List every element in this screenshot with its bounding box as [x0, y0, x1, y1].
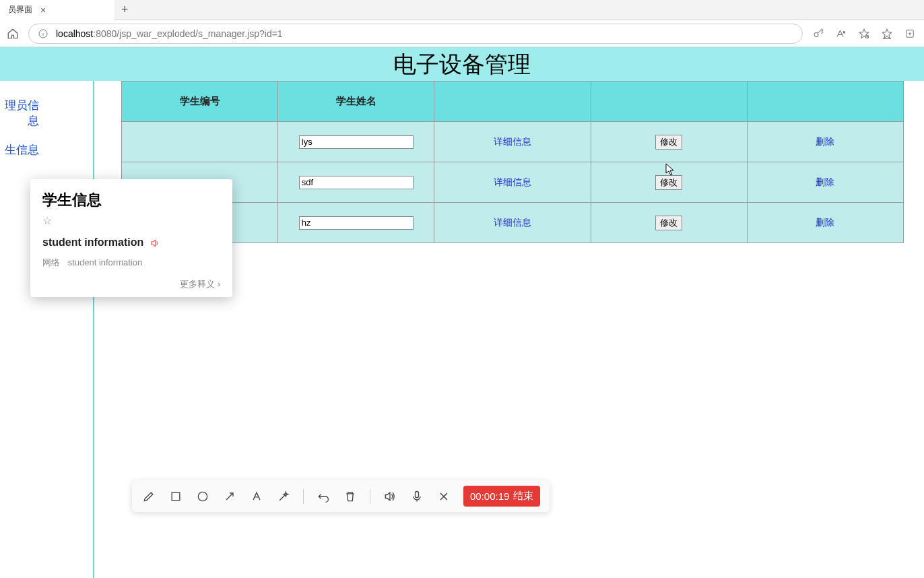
screen-record-toolbar: 00:00:19 结束	[132, 480, 550, 512]
dict-source: 网络 student information	[42, 257, 220, 269]
page-title: 电子设备管理	[0, 47, 924, 81]
record-stop-button[interactable]: 00:00:19 结束	[463, 486, 540, 507]
close-icon[interactable]	[436, 489, 451, 504]
th-del	[747, 82, 903, 122]
browser-tabstrip: 员界面 × +	[0, 0, 924, 20]
cell-edit: 修改	[591, 162, 747, 203]
student-table: 学生编号 学生姓名 详细信息 修改 删除	[121, 81, 904, 243]
student-name-input[interactable]	[299, 216, 414, 230]
page-content: 电子设备管理 理员信息 生信息 学生编号 学生姓名	[0, 47, 924, 578]
text-icon[interactable]	[249, 489, 264, 504]
undo-icon[interactable]	[316, 489, 331, 504]
detail-link[interactable]: 详细信息	[494, 217, 531, 228]
sidebar-item-student-info[interactable]: 生信息	[0, 135, 93, 164]
sidebar-item-admin-info[interactable]: 理员信息	[0, 91, 93, 135]
speaker-icon[interactable]	[150, 236, 160, 248]
collections-icon[interactable]	[904, 28, 917, 40]
edit-button[interactable]: 修改	[655, 216, 682, 230]
magic-icon[interactable]	[276, 489, 291, 504]
table-row: 详细信息 修改 删除	[122, 203, 904, 243]
cell-detail: 详细信息	[434, 162, 591, 203]
cell-detail: 详细信息	[434, 122, 591, 162]
separator	[303, 489, 304, 504]
svg-point-13	[198, 492, 207, 501]
sidebar: 理员信息 生信息	[0, 81, 94, 578]
tab-close-button[interactable]: ×	[40, 5, 46, 15]
table-row: 详细信息 修改 删除	[122, 122, 904, 162]
cell-del: 删除	[747, 122, 903, 162]
cell-name	[278, 203, 434, 243]
student-name-input[interactable]	[299, 135, 414, 149]
detail-link[interactable]: 详细信息	[494, 136, 531, 147]
dict-word: 学生信息	[42, 190, 220, 210]
detail-link[interactable]: 详细信息	[494, 176, 531, 187]
table-row: 详细信息 修改 删除	[122, 162, 904, 203]
read-aloud-icon[interactable]: »	[835, 28, 849, 40]
delete-link[interactable]: 删除	[816, 176, 834, 187]
edit-button[interactable]: 修改	[655, 135, 682, 150]
svg-rect-15	[416, 491, 419, 497]
cell-del: 删除	[747, 162, 903, 203]
microphone-icon[interactable]	[409, 489, 424, 504]
cell-edit: 修改	[591, 203, 747, 243]
delete-link[interactable]: 删除	[816, 217, 834, 228]
record-end-label: 结束	[513, 490, 533, 503]
arrow-icon[interactable]	[222, 489, 237, 504]
cell-id	[122, 122, 278, 162]
svg-point-3	[814, 32, 818, 36]
separator	[370, 489, 370, 504]
page-header: 电子设备管理	[0, 47, 924, 81]
cell-edit: 修改	[591, 122, 747, 162]
url-text: localhost:8080/jsp_war_exploded/s_manage…	[56, 28, 283, 39]
new-tab-button[interactable]: +	[114, 3, 135, 17]
site-info-icon[interactable]	[37, 28, 49, 40]
edit-button[interactable]: 修改	[655, 175, 682, 190]
cell-del: 删除	[747, 203, 903, 243]
cell-name	[278, 162, 434, 203]
student-name-input[interactable]	[299, 176, 414, 189]
browser-toolbar: localhost:8080/jsp_war_exploded/s_manage…	[0, 20, 924, 47]
delete-link[interactable]: 删除	[816, 136, 834, 147]
svg-rect-12	[172, 492, 180, 501]
th-student-id: 学生编号	[122, 82, 278, 122]
dictionary-popup: 学生信息 ☆ student information 网络 student in…	[30, 179, 232, 297]
sound-icon[interactable]	[383, 489, 397, 504]
record-time: 00:00:19	[470, 490, 509, 502]
star-icon[interactable]: ☆	[42, 214, 220, 227]
key-icon[interactable]	[812, 28, 826, 40]
circle-icon[interactable]	[195, 489, 210, 504]
cell-detail: 详细信息	[434, 203, 591, 243]
dict-more-link[interactable]: 更多释义 ›	[42, 278, 220, 290]
th-student-name: 学生姓名	[278, 82, 434, 122]
svg-text:»: »	[843, 29, 845, 33]
square-icon[interactable]	[168, 489, 183, 504]
chevron-right-icon: ›	[218, 279, 220, 289]
table-header-row: 学生编号 学生姓名	[122, 82, 904, 122]
favorites-icon[interactable]	[858, 28, 871, 40]
tab-title: 员界面	[8, 4, 32, 15]
pen-icon[interactable]	[141, 489, 156, 504]
th-detail	[434, 82, 591, 122]
th-edit	[591, 82, 747, 122]
home-icon[interactable]	[7, 28, 19, 40]
browser-tab[interactable]: 员界面 ×	[0, 0, 114, 20]
dict-translation: student information	[42, 236, 143, 249]
svg-line-14	[226, 493, 233, 500]
cell-name	[278, 122, 434, 162]
address-bar[interactable]: localhost:8080/jsp_war_exploded/s_manage…	[28, 24, 803, 44]
trash-icon[interactable]	[343, 489, 358, 504]
favorites-bar-icon[interactable]	[881, 28, 894, 40]
